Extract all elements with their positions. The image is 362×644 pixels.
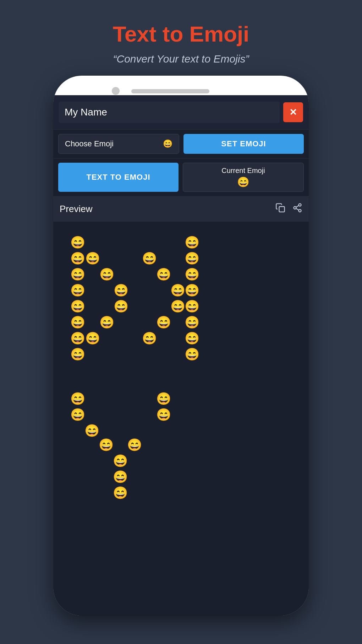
current-emoji-panel: Current Emoji 😄 bbox=[183, 163, 304, 192]
emoji-char: 😄 bbox=[70, 252, 85, 264]
emoji-char: 😄 bbox=[185, 316, 199, 328]
emoji-char: 😄 bbox=[170, 284, 185, 296]
emoji-char: 😄 bbox=[70, 268, 85, 280]
emoji-char: 😄 bbox=[70, 393, 85, 405]
phone-frame: ✕ Choose Emoji 😄 SET EMOJI TEXT TO EMOJI… bbox=[53, 76, 309, 616]
share-button[interactable] bbox=[292, 203, 302, 215]
emoji-char: 😄 bbox=[99, 316, 114, 328]
input-row: ✕ bbox=[53, 95, 309, 130]
phone-screen: ✕ Choose Emoji 😄 SET EMOJI TEXT TO EMOJI… bbox=[53, 95, 309, 616]
clear-icon: ✕ bbox=[289, 107, 297, 118]
page-title: Text to Emoji bbox=[113, 21, 249, 47]
text-input[interactable] bbox=[59, 102, 280, 123]
current-emoji-icon: 😄 bbox=[237, 176, 249, 188]
action-row: TEXT TO EMOJI Current Emoji 😄 bbox=[53, 158, 309, 196]
svg-line-4 bbox=[296, 209, 299, 210]
phone-speaker bbox=[131, 89, 209, 93]
emoji-char: 😄 bbox=[70, 236, 85, 248]
emoji-art: 😄😄😄😄😄😄😄😄😄😄😄😄😄😄😄😄😄😄😄😄😄😄😄😄😄😄😄😄😄😄😄😄😄😄😄😄😄😄 bbox=[60, 226, 302, 612]
emoji-char: 😄 bbox=[185, 268, 199, 280]
set-emoji-button[interactable]: SET EMOJI bbox=[183, 134, 304, 154]
preview-icons bbox=[275, 203, 302, 215]
preview-label: Preview bbox=[60, 204, 275, 215]
choose-emoji-button[interactable]: Choose Emoji 😄 bbox=[58, 134, 179, 154]
emoji-char: 😄 bbox=[156, 408, 171, 421]
emoji-char: 😄 bbox=[99, 439, 114, 451]
text-to-emoji-button[interactable]: TEXT TO EMOJI bbox=[58, 163, 179, 192]
emoji-char: 😄 bbox=[156, 316, 171, 328]
copy-button[interactable] bbox=[275, 203, 285, 215]
emoji-char: 😄 bbox=[85, 332, 100, 344]
emoji-char: 😄 bbox=[142, 252, 157, 264]
emoji-char: 😄 bbox=[85, 252, 100, 264]
phone-camera bbox=[112, 87, 120, 95]
emoji-char: 😄 bbox=[156, 393, 171, 405]
share-icon bbox=[292, 203, 302, 213]
emoji-char: 😄 bbox=[113, 455, 128, 467]
svg-point-3 bbox=[299, 210, 301, 212]
emoji-char: 😄 bbox=[99, 268, 114, 280]
svg-point-2 bbox=[294, 207, 296, 209]
emoji-char: 😄 bbox=[70, 408, 85, 421]
emoji-char: 😄 bbox=[70, 332, 85, 344]
emoji-char: 😄 bbox=[170, 300, 185, 312]
controls-row: Choose Emoji 😄 SET EMOJI bbox=[53, 130, 309, 158]
emoji-char: 😄 bbox=[185, 348, 199, 360]
page-header: Text to Emoji “Convert Your text to Emoj… bbox=[113, 0, 249, 76]
preview-header: Preview bbox=[53, 196, 309, 222]
choose-emoji-label: Choose Emoji bbox=[65, 139, 114, 148]
clear-button[interactable]: ✕ bbox=[283, 102, 303, 122]
copy-icon bbox=[275, 203, 285, 213]
preview-area: 😄😄😄😄😄😄😄😄😄😄😄😄😄😄😄😄😄😄😄😄😄😄😄😄😄😄😄😄😄😄😄😄😄😄😄😄😄😄 bbox=[53, 222, 309, 616]
emoji-char: 😄 bbox=[113, 471, 128, 483]
choose-emoji-icon: 😄 bbox=[163, 139, 172, 148]
svg-point-1 bbox=[299, 204, 301, 206]
emoji-char: 😄 bbox=[70, 284, 85, 296]
emoji-char: 😄 bbox=[114, 284, 128, 296]
emoji-char: 😄 bbox=[185, 252, 199, 264]
emoji-char: 😄 bbox=[185, 300, 199, 312]
emoji-char: 😄 bbox=[70, 300, 85, 312]
emoji-char: 😄 bbox=[70, 348, 85, 360]
emoji-char: 😄 bbox=[185, 332, 199, 344]
emoji-char: 😄 bbox=[113, 487, 128, 499]
current-emoji-label: Current Emoji bbox=[221, 167, 265, 175]
svg-line-5 bbox=[296, 206, 299, 207]
svg-rect-0 bbox=[279, 207, 285, 212]
emoji-char: 😄 bbox=[156, 268, 171, 280]
emoji-char: 😄 bbox=[114, 300, 128, 312]
emoji-char: 😄 bbox=[185, 236, 199, 248]
emoji-char: 😄 bbox=[185, 284, 199, 296]
emoji-char: 😄 bbox=[84, 424, 99, 437]
emoji-char: 😄 bbox=[70, 316, 85, 328]
page-subtitle: “Convert Your text to Emojis” bbox=[113, 53, 249, 65]
text-to-emoji-label: TEXT TO EMOJI bbox=[86, 173, 150, 182]
emoji-char: 😄 bbox=[127, 439, 142, 451]
set-emoji-label: SET EMOJI bbox=[221, 139, 266, 148]
emoji-char: 😄 bbox=[142, 332, 157, 344]
